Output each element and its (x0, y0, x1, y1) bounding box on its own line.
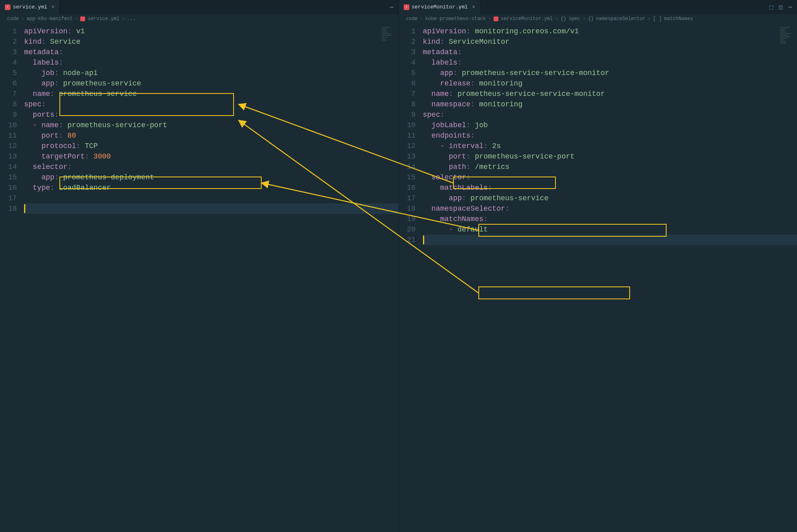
tab-label: service.yml (13, 4, 47, 10)
code-line[interactable]: namespaceSelector: (423, 203, 797, 214)
code-line[interactable]: metadata: (24, 47, 398, 57)
breadcrumb-item[interactable]: service.yml (87, 16, 119, 22)
yaml-file-icon: ! (404, 4, 409, 10)
code-line[interactable]: app: prometheus-service (423, 193, 797, 203)
code-line[interactable]: port: prometheus-service-port (423, 151, 797, 162)
left-editor[interactable]: 123456789101112131415161718 apiVersion: … (0, 24, 398, 532)
right-editor-pane: ! serviceMonitor.yml × code›kube-prometh… (399, 0, 797, 532)
code-content[interactable]: apiVersion: monitoring.coreos.com/v1kind… (423, 24, 797, 532)
breadcrumb-item[interactable]: code (7, 16, 19, 22)
code-line[interactable]: kind: ServiceMonitor (423, 37, 797, 47)
code-line[interactable]: namespace: monitoring (423, 99, 797, 110)
braces-icon: {} (561, 16, 566, 22)
code-line[interactable]: name: prometheus-service-service-monitor (423, 89, 797, 99)
breadcrumb-item[interactable]: ... (127, 16, 136, 22)
minimap[interactable] (382, 27, 393, 41)
line-numbers: 123456789101112131415161718192021 (399, 24, 423, 532)
breadcrumb-item[interactable]: spec (569, 16, 580, 22)
editor-global-actions: ⬚ ◫ ⋯ (769, 3, 792, 11)
breadcrumb-item[interactable]: app-k8s-manifest (26, 16, 73, 22)
right-editor[interactable]: 123456789101112131415161718192021 apiVer… (399, 24, 797, 532)
more-actions-icon[interactable]: ⋯ (788, 3, 792, 11)
yaml-file-icon: ! (5, 4, 10, 10)
code-line[interactable]: labels: (423, 57, 797, 68)
yaml-file-icon (80, 16, 85, 21)
close-icon[interactable]: × (51, 4, 55, 10)
code-content[interactable]: apiVersion: v1kind: Servicemetadata: lab… (24, 24, 398, 532)
right-tab-bar: ! serviceMonitor.yml × (399, 0, 797, 14)
tab-label: serviceMonitor.yml (412, 4, 468, 10)
code-line[interactable]: path: /metrics (423, 162, 797, 172)
breadcrumb-item[interactable]: code (406, 16, 418, 22)
code-line[interactable] (24, 203, 398, 214)
toggle-layout-icon[interactable]: ⬚ (769, 3, 773, 11)
breadcrumb-item[interactable]: namespaceSelector (596, 16, 645, 22)
code-line[interactable]: apiVersion: v1 (24, 26, 398, 37)
code-line[interactable]: selector: (423, 172, 797, 183)
breadcrumb-item[interactable]: kube-prometheus-stack (425, 16, 486, 22)
code-line[interactable]: kind: Service (24, 37, 398, 47)
code-line[interactable]: ports: (24, 110, 398, 120)
code-line[interactable]: targetPort: 3000 (24, 151, 398, 162)
code-line[interactable]: app: prometheus-service-service-monitor (423, 68, 797, 78)
code-line[interactable]: endpoints: (423, 130, 797, 141)
code-line[interactable]: release: monitoring (423, 78, 797, 89)
code-line[interactable]: spec: (423, 110, 797, 120)
close-icon[interactable]: × (472, 4, 475, 10)
code-line[interactable]: matchLabels: (423, 183, 797, 193)
more-icon[interactable]: ⋯ (390, 3, 394, 11)
code-line[interactable]: job: node-api (24, 68, 398, 78)
breadcrumb-right[interactable]: code›kube-prometheus-stack›serviceMonito… (399, 14, 797, 24)
code-line[interactable]: selector: (24, 162, 398, 172)
code-line[interactable] (423, 235, 797, 245)
tab-servicemonitor-yml[interactable]: ! serviceMonitor.yml × (399, 0, 481, 14)
breadcrumb-item[interactable]: matchNames (664, 16, 693, 22)
code-line[interactable]: app: prometheus-deployment (24, 172, 398, 183)
breadcrumb-left[interactable]: code›app-k8s-manifest›service.yml›... (0, 14, 398, 24)
code-line[interactable]: protocol: TCP (24, 141, 398, 151)
code-line[interactable] (24, 193, 398, 203)
code-line[interactable]: - interval: 2s (423, 141, 797, 151)
code-line[interactable]: - name: prometheus-service-port (24, 120, 398, 130)
code-line[interactable]: matchNames: (423, 214, 797, 224)
code-line[interactable]: type: LoadBalancer (24, 183, 398, 193)
code-line[interactable]: app: prometheus-service (24, 78, 398, 89)
code-line[interactable]: port: 80 (24, 130, 398, 141)
minimap[interactable] (780, 27, 791, 41)
code-line[interactable]: metadata: (423, 47, 797, 57)
line-numbers: 123456789101112131415161718 (0, 24, 24, 532)
left-tab-bar: ! service.yml × ⋯ (0, 0, 398, 14)
split-editor-icon[interactable]: ◫ (779, 3, 783, 11)
code-line[interactable]: spec: (24, 99, 398, 110)
tab-service-yml[interactable]: ! service.yml × (0, 0, 60, 14)
yaml-file-icon (494, 16, 498, 21)
code-line[interactable]: apiVersion: monitoring.coreos.com/v1 (423, 26, 797, 37)
left-editor-pane: ! service.yml × ⋯ code›app-k8s-manifest›… (0, 0, 399, 532)
tab-actions-left: ⋯ (390, 3, 398, 11)
code-line[interactable]: - default (423, 224, 797, 235)
brackets-icon: [ ] (653, 16, 662, 22)
code-line[interactable]: labels: (24, 57, 398, 68)
braces-icon: {} (588, 16, 594, 22)
breadcrumb-item[interactable]: serviceMonitor.yml (501, 16, 553, 22)
code-line[interactable]: jobLabel: job (423, 120, 797, 130)
code-line[interactable]: name: prometheus-service (24, 89, 398, 99)
